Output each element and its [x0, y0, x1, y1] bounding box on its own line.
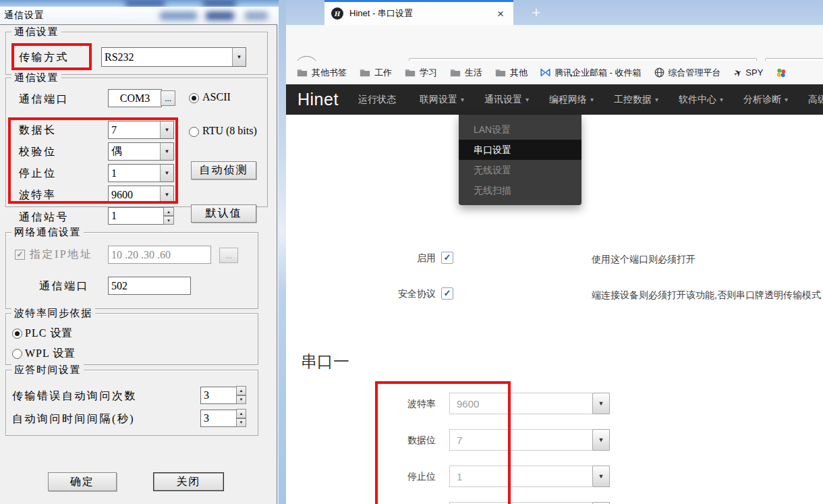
ascii-radio[interactable] [189, 93, 199, 103]
station-number-field[interactable]: 1 [108, 207, 166, 225]
dropdown-arrow-icon[interactable]: ▼ [160, 165, 173, 181]
nav-item-label: 运行状态 [358, 94, 396, 106]
comm-port-label: 通信端口 [19, 92, 69, 107]
bookmark-item[interactable]: ✈ SPY [734, 67, 764, 78]
close-button[interactable]: 关闭 [153, 472, 224, 491]
enable-checkbox[interactable]: ✓ [441, 252, 453, 264]
stop-bit-value: 1 [109, 165, 160, 181]
baud-rate-combobox[interactable]: 9600 ▼ [108, 186, 174, 204]
network-port-field[interactable]: 502 [108, 277, 191, 295]
port-browse-button[interactable]: ... [161, 90, 175, 106]
dropdown-arrow-icon[interactable]: ▼ [160, 143, 173, 160]
site-logo[interactable]: Hinet [286, 90, 348, 109]
query-interval-label: 自动询问时间间隔(秒) [12, 412, 135, 426]
nav-item-label: 通讯设置 [484, 94, 522, 106]
active-tab[interactable]: H Hinet - 串口设置 × [324, 0, 513, 25]
browser-toolbar: ← → 192.168.2.222/cgi-bin/luci/;sto 90% … [286, 25, 823, 61]
rtu-radio[interactable] [189, 127, 199, 137]
data-length-combobox[interactable]: 7 ▼ [108, 121, 174, 139]
nav-item-label: 工控数据 [614, 94, 652, 106]
retry-count-stepper[interactable]: ▲ ▼ [236, 386, 246, 404]
dropdown-arrow-icon[interactable]: ▼ [160, 121, 173, 138]
bookmark-item[interactable]: 腾讯企业邮箱 - 收件箱 [540, 67, 642, 79]
station-number-stepper[interactable]: ▲ ▼ [163, 207, 174, 225]
dropdown-arrow-icon[interactable]: ▼ [592, 429, 610, 451]
specify-ip-label: 指定IP地址 [30, 248, 92, 262]
parity-label: 校验位 [19, 145, 57, 159]
folder-icon [297, 68, 308, 77]
plc-setting-label: PLC 设置 [25, 327, 73, 341]
nav-item-advanced-settings[interactable]: 高级设置▾ [798, 94, 823, 106]
retry-count-label: 传输错误自动询问次数 [12, 389, 137, 403]
data-bits-value: 7 [450, 430, 593, 450]
menu-item-wireless-scan[interactable]: 无线扫描 [459, 180, 581, 200]
nav-item-label: 分析诊断 [743, 94, 781, 106]
nav-item-label: 编程网络 [549, 94, 587, 106]
retry-count-field[interactable]: 3 [200, 387, 237, 404]
dialog-titlebar[interactable]: 通信设置 [0, 7, 279, 24]
spin-up-icon[interactable]: ▲ [236, 386, 246, 395]
dropdown-arrow-icon[interactable]: ▼ [232, 48, 246, 66]
ok-button[interactable]: 确定 [48, 472, 117, 491]
nav-item-software-center[interactable]: 软件中心▾ [669, 94, 733, 106]
dialog-body: 通信设置 传输方式 RS232 ▼ 通信设置 通信端口 COM3 ... ASC… [0, 24, 277, 504]
dropdown-arrow-icon[interactable]: ▼ [160, 186, 173, 203]
nav-item-comm-settings[interactable]: 通讯设置▾ [474, 94, 539, 106]
spin-down-icon[interactable]: ▼ [236, 395, 246, 405]
caret-down-icon: ▾ [720, 96, 723, 103]
blurred-menu [245, 11, 268, 20]
menu-item-serial-settings[interactable]: 串口设置 [459, 140, 581, 160]
query-interval-field[interactable]: 3 [200, 410, 237, 427]
network-comm-group: 网络通信设置 [5, 232, 258, 309]
data-bits-select[interactable]: 7 ▼ [449, 429, 610, 451]
specify-ip-checkbox[interactable]: ✓ [15, 250, 25, 260]
bookmark-folder[interactable]: 工作 [360, 67, 392, 79]
folder-icon [360, 68, 370, 77]
stop-bit-combobox[interactable]: 1 ▼ [108, 164, 174, 182]
auto-detect-button[interactable]: 自动侦测 [191, 161, 256, 179]
comm-port-field[interactable]: COM3 [108, 89, 162, 107]
bookmark-label: 腾讯企业邮箱 - 收件箱 [555, 67, 642, 79]
settings-dialog-window: 通信设置 通信设置 传输方式 RS232 ▼ 通信设置 通信端口 COM3 ..… [0, 0, 279, 504]
dropdown-arrow-icon[interactable]: ▼ [592, 466, 610, 487]
folder-icon [495, 68, 506, 77]
spin-up-icon[interactable]: ▲ [236, 409, 246, 418]
ip-address-field[interactable]: 10 .20 .30 .60 [108, 246, 211, 264]
default-value-button[interactable]: 默认值 [191, 204, 256, 223]
bookmark-folder[interactable]: 学习 [405, 67, 437, 79]
menu-item-lan-settings[interactable]: LAN设置 [459, 119, 581, 140]
nav-item-analysis-diagnosis[interactable]: 分析诊断▾ [733, 94, 798, 106]
transfer-mode-combobox[interactable]: RS232 ▼ [101, 47, 246, 67]
menu-item-wireless-settings[interactable]: 无线设置 [459, 160, 581, 180]
bookmark-folder[interactable]: 生活 [450, 67, 482, 79]
nav-item-programming-network[interactable]: 编程网络▾ [539, 94, 604, 106]
nav-item-industrial-data[interactable]: 工控数据▾ [604, 94, 669, 106]
baud-rate-label: 波特率 [353, 398, 436, 410]
bookmark-label: 其他书签 [312, 67, 347, 79]
baud-rate-value: 9600 [450, 393, 593, 414]
new-tab-button[interactable]: + [526, 1, 547, 24]
wpl-setting-radio[interactable] [12, 349, 22, 359]
stop-bits-select[interactable]: 1 ▼ [449, 466, 610, 487]
baud-rate-select[interactable]: 9600 ▼ [449, 393, 610, 414]
query-interval-stepper[interactable]: ▲ ▼ [236, 409, 246, 427]
bookmark-folder[interactable]: 其他书签 [297, 67, 347, 79]
tab-bar: H Hinet - 串口设置 × + [286, 0, 823, 25]
stop-bit-label: 停止位 [19, 167, 57, 181]
bookmark-folder[interactable]: 其他 [495, 67, 528, 79]
secure-protocol-checkbox[interactable]: ✓ [441, 287, 453, 300]
nav-item-label: 高级设置 [808, 94, 823, 106]
spin-up-icon[interactable]: ▲ [163, 207, 174, 216]
spin-down-icon[interactable]: ▼ [236, 418, 246, 428]
serial-port-1-heading: 串口一 [301, 351, 349, 372]
nav-item-run-status[interactable]: 运行状态 [348, 94, 409, 106]
spin-down-icon[interactable]: ▼ [163, 216, 174, 225]
bookmark-item[interactable] [776, 67, 787, 78]
nav-item-network-settings[interactable]: 联网设置▾ [409, 94, 474, 106]
bookmark-item[interactable]: 综合管理平台 [654, 67, 721, 79]
dropdown-arrow-icon[interactable]: ▼ [592, 393, 610, 414]
parity-combobox[interactable]: 偶 ▼ [108, 142, 174, 161]
caret-down-icon: ▾ [526, 96, 529, 103]
tab-close-icon[interactable]: × [494, 8, 507, 20]
plc-setting-radio[interactable] [12, 329, 22, 339]
